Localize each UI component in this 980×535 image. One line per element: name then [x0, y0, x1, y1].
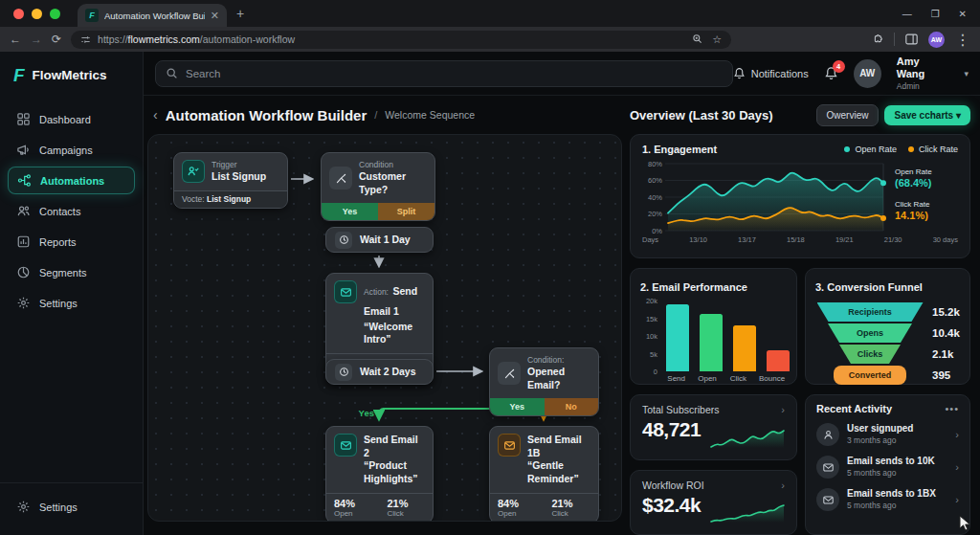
- forward-icon[interactable]: →: [31, 33, 42, 45]
- chevron-right-icon[interactable]: ›: [955, 461, 959, 473]
- browser-navbar: ← → ⟳ https://flowmetrics.com/automation…: [0, 27, 980, 52]
- engagement-legend: Open Rate Click Rate: [844, 145, 958, 154]
- chevron-right-icon[interactable]: ›: [781, 479, 785, 491]
- chrome-profile-avatar[interactable]: AW: [928, 32, 945, 48]
- node-subtitle: “Welcome Intro”: [364, 321, 425, 346]
- clock-icon: [335, 232, 352, 249]
- branch-yes-label: Yes: [351, 408, 374, 418]
- activity-item[interactable]: User signuped3 months ago›: [816, 418, 959, 451]
- window-controls: — ❐ ✕: [902, 9, 967, 19]
- breadcrumb: ‹ Automation Workflow Builder / Welcome …: [147, 96, 622, 134]
- node-send-email-1b[interactable]: Send Email 1B “Gentle Reminder” 84%Open …: [489, 426, 599, 522]
- activity-item[interactable]: Email sends to 1BX5 months ago›: [816, 483, 959, 516]
- notifications-link[interactable]: Notifications: [733, 67, 809, 79]
- screen: F Automation Workflow Builder ✕ + — ❐ ✕ …: [0, 0, 980, 535]
- tab-close-icon[interactable]: ✕: [211, 10, 219, 22]
- node-title: List Signup: [212, 170, 266, 184]
- condition-outcomes: Yes Split: [322, 203, 434, 220]
- window-maximize-icon[interactable]: ❐: [931, 9, 940, 19]
- funnel-shape: Clicks: [839, 345, 901, 364]
- extensions-icon[interactable]: [872, 33, 883, 45]
- sidebar-item-settings[interactable]: Settings: [8, 289, 135, 317]
- save-charts-button[interactable]: Save ccharts ▾: [884, 105, 970, 125]
- chrome-menu-icon[interactable]: ⋮: [955, 31, 970, 49]
- bar-label: Bounce: [759, 374, 782, 383]
- node-stats: 84%Open 21%Click: [326, 493, 433, 522]
- bookmark-star-icon[interactable]: ☆: [712, 33, 722, 46]
- node-wait-1-day[interactable]: Wait 1 Day: [325, 227, 434, 253]
- brand-logo[interactable]: F FlowMetrics: [0, 52, 143, 96]
- more-menu-icon[interactable]: •••: [945, 403, 959, 414]
- breadcrumb-back-icon[interactable]: ‹: [153, 107, 158, 123]
- chevron-right-icon[interactable]: ›: [955, 494, 959, 505]
- y-tick: 10k: [646, 332, 657, 341]
- workflow-canvas[interactable]: Yes No Trigger List Signup Voc: [147, 134, 622, 522]
- node-trigger[interactable]: Trigger List Signup Vocte: List Signup: [173, 152, 288, 209]
- outcome-no: No: [545, 398, 599, 415]
- close-light[interactable]: [13, 9, 24, 19]
- sidebar-item-automations[interactable]: Automations: [8, 167, 135, 194]
- node-condition-customer-type[interactable]: Condition Customer Type? Yes Split: [321, 152, 435, 221]
- url-bar[interactable]: https://flowmetrics.com/automation-workf…: [71, 31, 731, 49]
- chevron-right-icon[interactable]: ›: [955, 429, 959, 440]
- sidebar-item-settings-footer[interactable]: Settings: [8, 493, 135, 521]
- user-avatar[interactable]: AW: [854, 59, 881, 88]
- overview-button[interactable]: Owerview: [816, 104, 880, 126]
- window-minimize-icon[interactable]: —: [902, 9, 912, 19]
- activity-list: User signuped3 months ago›Email sends to…: [816, 418, 959, 516]
- split-arrows-icon: [329, 167, 352, 189]
- activity-meta: Email sends to 10K5 months ago: [847, 456, 935, 478]
- sidebar-item-label: Reports: [39, 236, 77, 248]
- zoom-page-icon[interactable]: [692, 33, 702, 46]
- bar-chart-x-labels: SendOpenClickBounce: [661, 374, 787, 383]
- node-type: Action:: [364, 287, 389, 297]
- conversion-funnel-card: 3. Conversion Funnel Recipients15.2kOpen…: [805, 268, 970, 385]
- funnel-stage-converted: Converted395: [815, 366, 960, 385]
- site-settings-icon[interactable]: [80, 34, 91, 45]
- sidebar-item-segments[interactable]: Segments: [8, 258, 135, 286]
- notification-bell[interactable]: 4: [824, 66, 838, 80]
- chevron-right-icon[interactable]: ›: [781, 404, 785, 415]
- search-bar[interactable]: [155, 60, 733, 87]
- email-performance-card: 2. Email Performance 20k15k10k5k0 SendOp…: [630, 268, 797, 385]
- sidebar-item-reports[interactable]: Reports: [8, 228, 135, 256]
- bar-label: Open: [697, 374, 717, 383]
- total-subscribers-label: Total Subscribers: [642, 404, 720, 415]
- funnel-stage-clicks: Clicks2.1k: [815, 345, 960, 364]
- search-input[interactable]: [186, 68, 723, 79]
- activity-item[interactable]: Email sends to 10K5 months ago›: [816, 451, 959, 483]
- sidebar-item-campaigns[interactable]: Campaigns: [8, 136, 135, 164]
- divider: [894, 33, 895, 46]
- mouse-cursor: [959, 515, 974, 532]
- minimize-light[interactable]: [32, 9, 42, 19]
- user-menu-chevron-icon[interactable]: ▾: [964, 69, 969, 78]
- funnel-stage-recipients: Recipients15.2k: [815, 302, 960, 322]
- breadcrumb-current: Welcome Sequence: [385, 109, 475, 121]
- favicon: F: [85, 9, 99, 22]
- mail-icon: [334, 434, 357, 457]
- split-arrows-icon: [498, 362, 521, 385]
- window-close-icon[interactable]: ✕: [959, 9, 967, 19]
- funnel-shape: Recipients: [817, 302, 924, 322]
- y-tick: 15k: [646, 314, 657, 323]
- node-condition-opened-email[interactable]: Condition: Opened Email? Yes No: [489, 347, 599, 416]
- svg-text:60%: 60%: [648, 176, 662, 185]
- sidebar-item-dashboard[interactable]: Dashboard: [8, 105, 135, 133]
- node-title: Opened Email?: [527, 366, 590, 391]
- side-panel-icon[interactable]: [905, 33, 918, 45]
- reload-icon[interactable]: ⟳: [52, 33, 61, 45]
- main: Notifications 4 AW Amy Wang Admin ▾: [144, 52, 980, 535]
- browser-tab[interactable]: F Automation Workflow Builder ✕: [78, 4, 227, 27]
- engagement-card: 1. Engagement Open Rate Click Rate 80%60…: [630, 134, 970, 258]
- recent-activity-title: Recent Activity: [816, 403, 892, 414]
- y-tick: 5k: [650, 349, 657, 358]
- back-icon[interactable]: ←: [10, 33, 21, 45]
- zoom-light[interactable]: [50, 9, 60, 19]
- sidebar-item-contacts[interactable]: Contacts: [8, 197, 135, 225]
- node-title: Send Email 2: [364, 434, 425, 459]
- page-content: ‹ Automation Workflow Builder / Welcome …: [144, 96, 980, 535]
- node-wait-2-days[interactable]: Wait 2 Days: [325, 359, 434, 385]
- new-tab-button[interactable]: +: [236, 6, 244, 21]
- outcome-yes: Yes: [322, 203, 378, 220]
- node-send-email-2[interactable]: Send Email 2 “Product Highlights” 84%Ope…: [325, 426, 434, 522]
